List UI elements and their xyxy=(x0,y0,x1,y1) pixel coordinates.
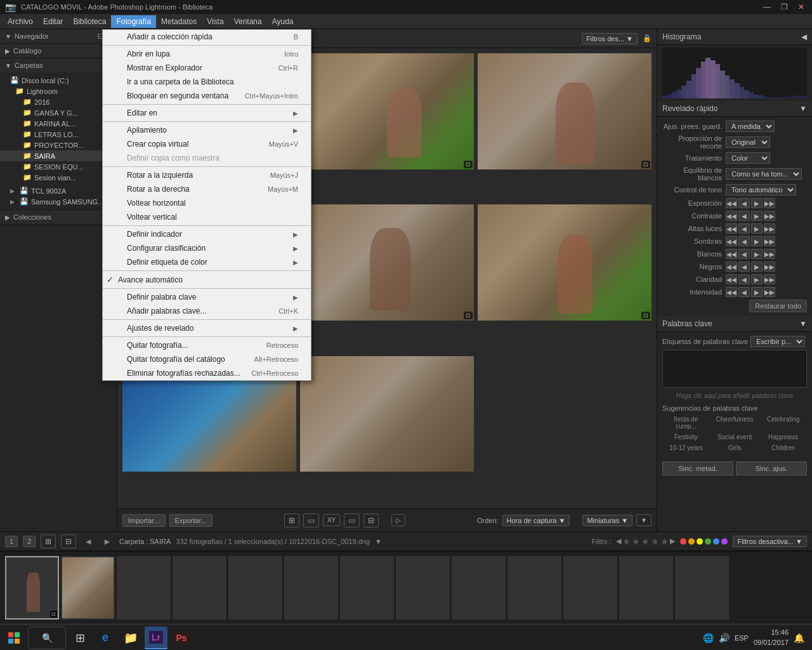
photo-cell[interactable]: ⊡ xyxy=(478,53,652,169)
view-loupe-button[interactable]: ▭ xyxy=(303,514,319,527)
view-grid-button[interactable]: ⊞ xyxy=(284,514,299,527)
qd-shadows-down-large[interactable]: ◀◀ xyxy=(726,236,737,246)
folder-proyecto[interactable]: 📁 PROYECTOR... xyxy=(0,140,117,150)
navigator-header[interactable]: ▼ Navegador En... xyxy=(0,29,117,43)
view-compare-button[interactable]: ▭ xyxy=(344,514,360,527)
restore-all-button[interactable]: Restaurar todo xyxy=(749,300,807,312)
qd-shadows-up-large[interactable]: ▶▶ xyxy=(764,236,775,246)
filmstrip-thumb[interactable] xyxy=(452,556,506,620)
filmstrip-thumb[interactable] xyxy=(563,556,617,620)
filmstrip-thumb[interactable] xyxy=(228,556,282,620)
cm-auto-advance[interactable]: ✓ Avance automático xyxy=(103,272,311,287)
qd-whites-down[interactable]: ◀ xyxy=(738,249,750,259)
view-survey-button[interactable]: ⊟ xyxy=(363,514,379,527)
taskbar-task-view[interactable]: ⊞ xyxy=(69,627,91,649)
sync-metad-button[interactable]: Sinc. metad. xyxy=(662,461,733,475)
folder-sesion-equ[interactable]: 📁 SESION EQU... xyxy=(0,161,117,172)
qd-wb-dropdown[interactable]: Como se ha tom... xyxy=(726,168,802,180)
cm-add-quick-collection[interactable]: Añadir a colección rápida B xyxy=(103,30,311,44)
folder-lightroom[interactable]: 📁 Lightroom xyxy=(0,86,117,96)
keyword-suggestion[interactable]: 10-12 years xyxy=(662,443,710,453)
keyword-suggestion[interactable]: Celebrating xyxy=(759,415,807,431)
folder-karina[interactable]: 📁 KARINA AL... xyxy=(0,118,117,129)
cm-develop-settings[interactable]: Ajustes de revelado ▶ xyxy=(103,321,311,335)
keyword-input[interactable] xyxy=(662,350,807,388)
photo-cell[interactable]: ⊡ xyxy=(300,204,474,321)
keyword-suggestion[interactable]: Social event xyxy=(711,432,759,442)
menu-metadatos[interactable]: Metadatos xyxy=(156,15,202,28)
qd-tone-dropdown[interactable]: Tono automático xyxy=(726,184,796,196)
qd-clarity-down[interactable]: ◀ xyxy=(738,274,750,284)
keywords-header[interactable]: Palabras clave ▼ xyxy=(657,316,812,332)
taskbar-search[interactable]: 🔍 xyxy=(28,627,66,649)
filmstrip-thumb[interactable] xyxy=(675,556,729,620)
folder-tcl[interactable]: ▶ 💾 TCL 9002A xyxy=(0,185,117,196)
photo-cell[interactable]: ⊡ xyxy=(300,53,474,169)
qd-clarity-down-large[interactable]: ◀◀ xyxy=(726,274,737,284)
color-filter-yellow[interactable] xyxy=(697,538,703,545)
qd-crop-dropdown[interactable]: Original xyxy=(726,136,770,148)
qd-exposure-down[interactable]: ◀ xyxy=(738,198,750,208)
cm-flip-vertical[interactable]: Voltear vertical xyxy=(103,210,311,224)
menu-ventana[interactable]: Ventana xyxy=(229,15,267,28)
sort-dropdown[interactable]: Hora de captura ▼ xyxy=(502,515,570,526)
qd-blacks-up[interactable]: ▶ xyxy=(751,262,763,272)
view-xy-button[interactable]: XY xyxy=(323,514,340,526)
taskbar-ie[interactable]: e xyxy=(94,627,117,649)
star-4[interactable]: ★ xyxy=(651,536,659,547)
cm-rotate-left[interactable]: Rotar a la izquierda Mayús+J xyxy=(103,168,311,182)
star-2[interactable]: ★ xyxy=(632,536,640,547)
qd-shadows-down[interactable]: ◀ xyxy=(738,236,750,246)
qd-intensity-up[interactable]: ▶ xyxy=(751,287,763,297)
collections-header[interactable]: ▶ Colecciones xyxy=(0,210,117,224)
quick-develop-header[interactable]: Revelado rápido ▼ xyxy=(657,101,812,117)
folder-disco-local[interactable]: 💾 Disco local (C:) xyxy=(0,75,117,86)
qd-contrast-down-large[interactable]: ◀◀ xyxy=(726,211,737,221)
qd-contrast-down[interactable]: ◀ xyxy=(738,211,750,221)
keyword-suggestion[interactable]: Girls xyxy=(711,443,759,453)
color-filter-orange[interactable] xyxy=(688,538,695,545)
folder-gansa[interactable]: 📁 GANSA Y G... xyxy=(0,107,117,118)
catalog-header[interactable]: ▶ Catálogo xyxy=(0,44,117,58)
volume-icon[interactable]: 🔊 xyxy=(719,633,730,643)
color-filter-green[interactable] xyxy=(705,538,711,545)
export-button[interactable]: Exportar... xyxy=(169,514,213,527)
cm-flip-horizontal[interactable]: Voltear horizontal xyxy=(103,196,311,210)
menu-vista[interactable]: Vista xyxy=(202,15,228,28)
star-3[interactable]: ★ xyxy=(641,536,650,547)
prev-button[interactable]: ◄ xyxy=(81,535,95,548)
qd-highlights-down[interactable]: ◀ xyxy=(738,223,750,234)
taskbar-explorer[interactable]: 📁 xyxy=(119,627,142,649)
qd-clarity-up[interactable]: ▶ xyxy=(751,274,763,284)
color-filter-purple[interactable] xyxy=(721,538,728,545)
qd-contrast-up[interactable]: ▶ xyxy=(751,211,763,221)
photo-cell[interactable] xyxy=(300,356,474,472)
filmstrip-thumb[interactable] xyxy=(61,556,115,620)
filter-off-dropdown[interactable]: Filtros desactiva... ▼ xyxy=(733,536,807,547)
cm-show-explorer[interactable]: Mostrar en Explorador Ctrl+R xyxy=(103,61,311,75)
minimize-button[interactable]: — xyxy=(761,3,773,11)
filmstrip-thumb[interactable] xyxy=(284,556,338,620)
module-btn-2[interactable]: 2 xyxy=(23,536,36,547)
cm-stack[interactable]: Apilamiento ▶ xyxy=(103,123,311,137)
cm-remove-from-catalog[interactable]: Quitar fotografía del catálogo Alt+Retro… xyxy=(103,352,311,366)
filter-dropdown[interactable]: Filtros des... ▼ xyxy=(582,33,638,44)
notifications-icon[interactable]: 🔔 xyxy=(794,633,804,643)
keyword-suggestion[interactable]: Cheerfulness xyxy=(711,415,759,431)
folder-letras[interactable]: 📁 LETRAS LO... xyxy=(0,129,117,140)
filmstrip-thumb[interactable] xyxy=(508,556,561,620)
qd-blacks-up-large[interactable]: ▶▶ xyxy=(764,262,775,272)
cm-configure-classification[interactable]: Configurar clasificación ▶ xyxy=(103,241,311,255)
cm-edit-in[interactable]: Editar en ▶ xyxy=(103,106,311,120)
folder-saira[interactable]: 📁 SAIRA xyxy=(0,150,117,161)
keyword-suggestion[interactable]: Festivity xyxy=(662,432,710,442)
slideshow-button[interactable]: ▷ xyxy=(391,514,405,526)
lock-icon[interactable]: 🔒 xyxy=(643,34,652,43)
keyword-suggestion[interactable]: Happiness xyxy=(759,432,807,442)
cm-define-color-label[interactable]: Definir etiqueta de color ▶ xyxy=(103,255,311,269)
menu-archivo[interactable]: Archivo xyxy=(3,15,38,28)
color-filter-red[interactable] xyxy=(680,538,686,545)
cm-add-keywords[interactable]: Añadir palabras clave... Ctrl+K xyxy=(103,304,311,318)
size-dropdown[interactable]: Miniaturas ▼ xyxy=(582,515,632,526)
cm-remove-photo[interactable]: Quitar fotografía... Retroceso xyxy=(103,338,311,352)
